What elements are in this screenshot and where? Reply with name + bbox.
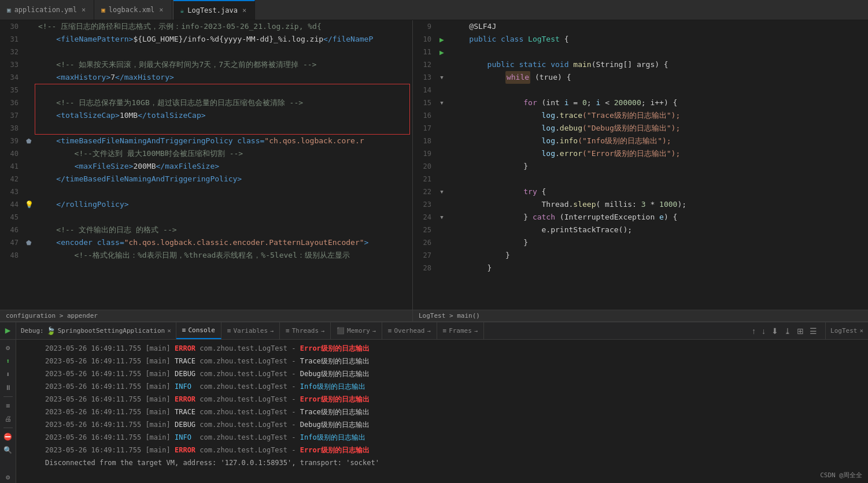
debug-toolbar-up[interactable]: ↑ xyxy=(749,325,758,337)
variables-pin: → xyxy=(270,328,274,334)
code-line-r19: log.error("Error级别的日志输出"); xyxy=(451,147,866,160)
code-line-33: <!-- 如果按天来回滚，则最大保存时间为7天，7天之前的都将被清理掉 --> xyxy=(38,58,410,71)
code-line-r9: @SLF4J xyxy=(451,20,866,33)
overhead-label: Overhead xyxy=(394,327,424,335)
debug-toolbar-menu[interactable]: ☰ xyxy=(807,325,819,337)
code-line-32 xyxy=(38,46,410,58)
frames-pin: → xyxy=(474,328,478,334)
watermark-text: CSDN @周全全 xyxy=(820,471,862,479)
debug-sidebar-arrow-up[interactable]: ⬆ xyxy=(2,355,14,367)
run-icon-11[interactable]: ▶ xyxy=(436,46,448,58)
debug-sidebar-pause[interactable]: ⏸ xyxy=(2,382,14,393)
frames-icon: ≡ xyxy=(443,327,447,335)
editor-right: 9 10 11 12 13 14 15 16 17 18 19 20 21 22… xyxy=(413,20,868,321)
debug-sidebar-divider xyxy=(3,396,13,397)
threads-label: Threads xyxy=(292,327,319,335)
variables-icon: ≡ xyxy=(227,327,231,335)
fold-icon-24[interactable]: ▼ xyxy=(436,211,448,224)
code-line-46: <!-- 文件输出的日志 的格式 --> xyxy=(38,224,410,236)
console-area[interactable]: 2023-05-26 16:49:11.755 [main] ERROR com… xyxy=(16,340,868,483)
logtest-tab-label: LogTest xyxy=(830,327,857,335)
overhead-icon: ≡ xyxy=(388,327,392,335)
threads-pin: → xyxy=(321,328,324,334)
code-line-31: <fileNamePattern>${LOG_HOME}/info-%d{yyy… xyxy=(38,33,410,46)
debug-main: ⚙ ⬆ ⬇ ⏸ ≡ 🖨 ⛔ 🔍 ⚙ 2023-05-26 16:49:11.75… xyxy=(0,340,868,483)
console-last-line: Disconnected from the target VM, address… xyxy=(16,456,868,469)
code-line-45 xyxy=(38,211,410,224)
debug-sidebar-bottom[interactable]: ⚙ xyxy=(2,471,14,483)
debug-sidebar-arrow-down[interactable]: ⬇ xyxy=(2,369,14,380)
editor-left: 30 31 32 33 34 35 36 37 38 39 40 41 42 4… xyxy=(0,20,413,321)
console-line-5: 2023-05-26 16:49:11.755 [main] ERROR com… xyxy=(16,393,868,406)
debug-toolbar-end[interactable]: ⤓ xyxy=(782,325,793,337)
frames-label: Frames xyxy=(449,327,472,335)
code-line-41: <maxFileSize>200MB</maxFileSize> xyxy=(38,160,410,173)
logtest-tab[interactable]: LogTest × xyxy=(825,322,868,339)
tab-label-logback-xml: logback.xml xyxy=(109,6,154,14)
code-line-42: </timeBasedFileNamingAndTriggeringPolicy… xyxy=(38,173,410,185)
code-line-r23: Thread.sleep( millis: 3 * 1000); xyxy=(451,198,866,211)
editor-right-content: 9 10 11 12 13 14 15 16 17 18 19 20 21 22… xyxy=(413,20,868,310)
run-icon-10[interactable]: ▶ xyxy=(436,33,448,46)
code-line-35 xyxy=(38,84,410,96)
code-line-r24: } catch (InterruptedException e) { xyxy=(451,211,866,224)
bookmark-icon-39: ⬟ xyxy=(23,135,35,147)
right-breadcrumb: LogTest > main() xyxy=(413,310,868,321)
debug-tabs-row: ▶ ↓ ↘ Debug: 🍃 SpringbootSettingApplicat… xyxy=(0,322,868,340)
console-output[interactable]: 2023-05-26 16:49:11.755 [main] ERROR com… xyxy=(16,340,868,483)
tab-logtest-java[interactable]: ☕ LogTest.java × xyxy=(173,0,256,20)
tab-close-application-yml[interactable]: × xyxy=(80,5,87,14)
code-line-43 xyxy=(38,185,410,198)
tab-close-logtest-java[interactable]: × xyxy=(241,6,248,15)
debug-app-close[interactable]: × xyxy=(167,327,171,335)
debug-tab-variables[interactable]: ≡ Variables → xyxy=(221,322,280,339)
debug-sidebar-print[interactable]: 🖨 xyxy=(2,413,14,425)
code-line-30: <!-- 压缩日志的路径和日志格式，示例：info-2023-05-26_21.… xyxy=(38,20,410,33)
debug-sidebar-settings[interactable]: ⚙ xyxy=(2,342,14,354)
debug-resume-btn[interactable]: ▶ xyxy=(5,325,11,336)
java-icon: ☕ xyxy=(180,7,184,14)
debug-left-sidebar: ⚙ ⬆ ⬇ ⏸ ≡ 🖨 ⛔ 🔍 ⚙ xyxy=(0,340,16,483)
bookmark-icon-47: ⬟ xyxy=(23,236,35,249)
debug-tab-frames[interactable]: ≡ Frames → xyxy=(437,322,484,339)
tab-application-yml[interactable]: ▣ application.yml × xyxy=(0,0,94,20)
code-line-r26: } xyxy=(451,236,866,249)
tab-logback-xml[interactable]: ▣ logback.xml × xyxy=(94,0,172,20)
code-line-r28: } xyxy=(451,262,866,274)
console-line-6: 2023-05-26 16:49:11.755 [main] TRACE com… xyxy=(16,406,868,418)
threads-icon: ≡ xyxy=(286,327,290,335)
logtest-tab-close[interactable]: × xyxy=(859,327,863,335)
debug-tab-memory[interactable]: ⬛ Memory → xyxy=(331,322,382,339)
tab-bar: ▣ application.yml × ▣ logback.xml × ☕ Lo… xyxy=(0,0,868,20)
debug-tab-console[interactable]: ≡ Console xyxy=(176,322,221,339)
breadcrumb-right: LogTest > main() xyxy=(419,312,480,319)
variables-label: Variables xyxy=(233,327,268,335)
overhead-pin: → xyxy=(427,328,430,334)
debug-label: Debug: xyxy=(21,327,44,335)
fold-icon-13[interactable]: ▼ xyxy=(436,71,448,84)
editor-left-content: 30 31 32 33 34 35 36 37 38 39 40 41 42 4… xyxy=(0,20,412,310)
left-code-area[interactable]: <!-- 压缩日志的路径和日志格式，示例：info-2023-05-26_21.… xyxy=(35,20,412,310)
code-line-r18: log.info("Info级别的日志输出"); xyxy=(451,135,866,147)
code-line-r16: log.trace("Trace级别的日志输出"); xyxy=(451,109,866,122)
editors-container: 30 31 32 33 34 35 36 37 38 39 40 41 42 4… xyxy=(0,20,868,321)
left-breadcrumb: configuration > appender xyxy=(0,310,412,321)
debug-tab-threads[interactable]: ≡ Threads → xyxy=(280,322,331,339)
tab-close-logback-xml[interactable]: × xyxy=(158,5,164,14)
memory-icon: ⬛ xyxy=(337,327,345,335)
code-line-r22: try { xyxy=(451,185,866,198)
console-line-2: 2023-05-26 16:49:11.755 [main] TRACE com… xyxy=(16,355,868,367)
debug-toolbar-split[interactable]: ⊞ xyxy=(795,325,806,337)
debug-app-name: SpringbootSettingApplication xyxy=(58,327,165,335)
debug-sidebar-filter[interactable]: 🔍 xyxy=(2,444,14,456)
debug-sidebar-clear[interactable]: ⛔ xyxy=(2,431,14,443)
code-line-r17: log.debug("Debug级别的日志输出"); xyxy=(451,122,866,135)
debug-toolbar-down[interactable]: ↓ xyxy=(759,325,768,337)
fold-icon-22[interactable]: ▼ xyxy=(436,185,448,198)
debug-toolbar-down2[interactable]: ⬇ xyxy=(769,325,781,337)
debug-sidebar-align[interactable]: ≡ xyxy=(2,400,14,411)
right-code-area[interactable]: @SLF4J public class LogTest { public sta… xyxy=(448,20,868,310)
code-line-r14 xyxy=(451,84,866,96)
debug-tab-overhead[interactable]: ≡ Overhead → xyxy=(382,322,437,339)
fold-icon-15[interactable]: ▼ xyxy=(436,96,448,109)
